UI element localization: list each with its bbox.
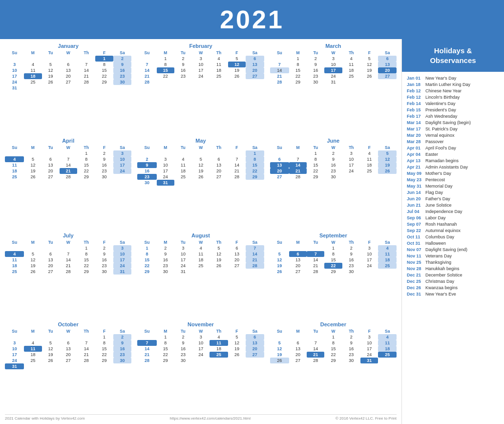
calendar-day: 7 [307,251,324,257]
calendar-day: 8 [137,251,156,257]
calendar-day [246,269,264,275]
calendar-day: 20 [246,346,264,352]
calendar-day: 3 [342,150,361,156]
calendar-day: 21 [77,73,96,79]
calendar-day: 28 [60,269,77,275]
day-header: Sa [113,50,132,56]
calendar-day: 30 [95,174,113,180]
holiday-item-date: Feb 17 [407,114,425,119]
holiday-item: Feb 15President's Day [407,106,499,113]
day-header: M [157,239,174,245]
day-header: Tu [42,239,60,245]
month-table: SuMTuWThFSa12345678910111213141516171819… [270,239,397,275]
month-table: SuMTuWThFSa12345678910111213141516171819… [270,145,397,180]
calendar-day: 31 [360,358,378,363]
calendar-day: 7 [137,62,156,67]
day-header: M [157,145,174,150]
calendar-day [60,245,77,251]
calendar-day: 24 [5,358,24,363]
calendar-day: 7 [307,340,324,346]
calendar-day: 20 [289,263,307,269]
holiday-item-date: Nov 25 [407,260,425,265]
holidays-list: Jan 01New Year's DayJan 18Martin Luther … [402,72,504,424]
calendar-day: 19 [210,257,228,263]
calendar-day: 20 [42,168,60,174]
day-header: M [289,50,307,56]
calendar-day: 21 [246,257,264,263]
holiday-item-name: Pentecost [425,177,445,182]
calendar-day [24,56,42,62]
calendar-day: 20 [378,67,397,73]
calendar-day: 10 [342,156,361,162]
calendar-day [60,150,77,156]
holiday-item-name: Vernal equinox [425,133,455,138]
day-header: Th [77,50,96,56]
calendar-day: 28 [60,174,77,180]
calendar-day: 3 [5,62,24,67]
month-block-june: JuneSuMTuWThFSa1234567891011121314151617… [270,138,397,230]
calendar-day: 9 [95,251,113,257]
calendar-day [24,85,42,91]
calendar-day: 25 [24,79,42,85]
calendar-day: 6 [60,62,77,67]
day-header: Tu [307,328,324,334]
calendar-day: 2 [95,150,113,156]
calendar-day [60,363,77,369]
holiday-item-date: Apr 13 [407,158,425,163]
calendar-day [42,56,60,62]
calendar-day [157,150,174,156]
calendar-day: 27 [289,358,307,363]
day-header: F [228,145,246,150]
month-table: SuMTuWThFSa12345678910111213141516171819… [270,328,397,363]
calendar-day: 4 [174,156,192,162]
calendar-day: 24 [360,263,378,269]
calendar-day: 12 [270,257,289,263]
holiday-item: Sep 06Labor Day [407,214,499,221]
calendar-day: 19 [42,73,60,79]
calendar-day: 21 [137,73,156,79]
holiday-item-name: President's Day [425,107,456,112]
calendar-day: 24 [5,79,24,85]
calendar-day: 26 [210,263,228,269]
calendar-day: 4 [24,340,42,346]
day-header: Tu [174,328,192,334]
calendar-day: 29 [77,174,96,180]
calendar-day: 15 [157,346,174,352]
calendar-day: 1 [95,334,113,340]
calendar-day: 10 [113,156,132,162]
holiday-item-name: Mother's Day [425,171,451,176]
day-header: W [60,145,77,150]
calendar-day: 12 [360,62,378,67]
calendar-day: 15 [137,257,156,263]
calendar-area: JanuarySuMTuWThFSa1234567891011121314151… [0,39,401,424]
month-table: SuMTuWThFSa12345678910111213141516171819… [137,50,264,85]
holiday-item: Nov 11Veterans Day [407,253,499,259]
holiday-item-date: Jun 14 [407,190,425,195]
day-header: W [60,239,77,245]
calendar-day: 15 [324,346,342,352]
day-header: Th [210,145,228,150]
calendar-day: 16 [342,346,361,352]
calendar-day: 1 [246,150,264,156]
calendar-day: 26 [228,73,246,79]
holiday-item-name: Daylight Saving (end) [425,247,467,252]
calendar-day: 23 [342,352,361,358]
calendar-day [270,150,289,156]
calendar-day [77,56,96,62]
day-header: W [192,50,210,56]
month-title: March [270,43,397,49]
holiday-item-date: Nov 11 [407,254,425,258]
calendar-day: 16 [307,67,324,73]
calendar-day: 19 [228,346,246,352]
month-block-july: JulySuMTuWThFSa1234567891011121314151617… [5,233,131,318]
holiday-item: Jul 04Independence Day [407,208,499,214]
calendar-day: 30 [113,358,132,363]
calendar-day: 7 [77,62,96,67]
calendar-day: 23 [174,73,192,79]
calendar-day: 5 [192,156,210,162]
holiday-item-name: Chinese New Year [425,88,462,93]
calendar-day: 21 [289,168,307,174]
calendar-day: 10 [174,251,192,257]
calendar-day: 4 [210,56,228,62]
day-header: Sa [246,145,264,150]
